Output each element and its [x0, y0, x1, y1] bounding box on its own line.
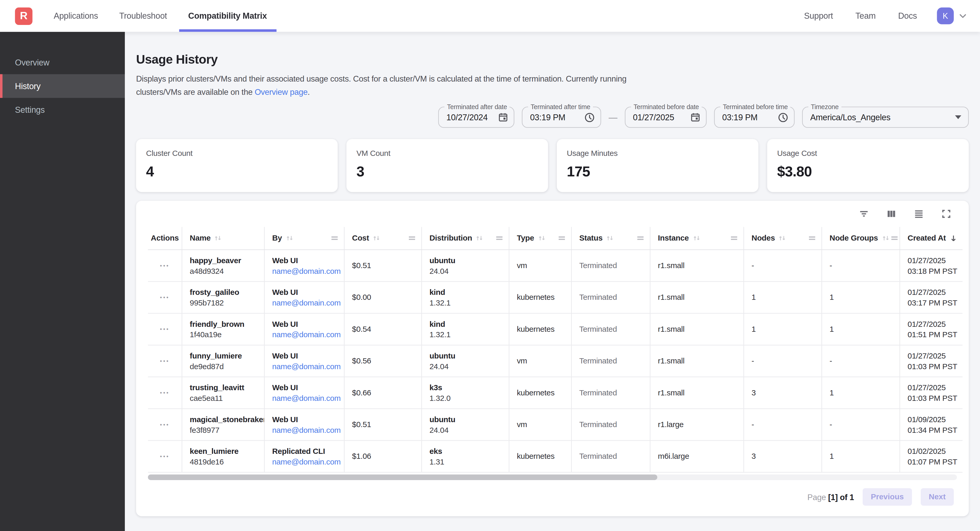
- column-header-distribution[interactable]: Distribution: [422, 227, 509, 249]
- column-menu-icon[interactable]: [808, 234, 817, 243]
- row-actions-button[interactable]: •••: [160, 390, 170, 396]
- cell-by: Web UIname@domain.com: [265, 377, 345, 408]
- clock-icon[interactable]: [778, 112, 788, 123]
- nav-link-docs[interactable]: Docs: [888, 11, 927, 21]
- timezone-select[interactable]: Timezone America/Los_Angeles: [802, 107, 969, 128]
- cell-by: Replicated CLIname@domain.com: [265, 441, 345, 472]
- column-header-by[interactable]: By: [265, 227, 345, 249]
- stat-card-cluster-count: Cluster Count 4: [136, 139, 337, 192]
- sort-icon[interactable]: [372, 234, 381, 243]
- fullscreen-icon[interactable]: [939, 207, 953, 221]
- column-header-status[interactable]: Status: [572, 227, 650, 249]
- created-by-email-link[interactable]: name@domain.com: [272, 458, 340, 466]
- row-actions-button[interactable]: •••: [160, 327, 170, 332]
- column-header-label: Cost: [352, 234, 369, 243]
- overview-page-link[interactable]: Overview page: [255, 87, 307, 97]
- sort-icon[interactable]: [881, 234, 890, 243]
- cell-actions: •••: [148, 377, 182, 408]
- sort-icon[interactable]: [692, 234, 701, 243]
- column-menu-icon[interactable]: [557, 234, 566, 243]
- chevron-down-icon[interactable]: [958, 11, 967, 21]
- column-header-name[interactable]: Name: [182, 227, 265, 249]
- column-menu-icon[interactable]: [730, 234, 739, 243]
- column-header-cost[interactable]: Cost: [345, 227, 422, 249]
- created-time: 01:34 PM PST: [908, 426, 958, 434]
- column-header-nodes[interactable]: Nodes: [744, 227, 822, 249]
- cell-cost: $0.51: [345, 250, 422, 281]
- stat-card-usage-minutes: Usage Minutes 175: [557, 139, 759, 192]
- horizontal-scrollbar[interactable]: [148, 475, 957, 480]
- nav-tab-applications[interactable]: Applications: [44, 0, 107, 32]
- sort-icon[interactable]: [606, 234, 614, 243]
- node-groups-value: -: [830, 262, 896, 270]
- row-actions-button[interactable]: •••: [160, 295, 170, 300]
- created-by-email-link[interactable]: name@domain.com: [272, 362, 340, 371]
- terminated-after-time-field[interactable]: Terminated after time 03:19 PM: [522, 107, 601, 128]
- cost-value: $0.51: [352, 420, 418, 429]
- sort-icon[interactable]: [778, 234, 787, 243]
- sort-icon[interactable]: [537, 234, 546, 243]
- calendar-icon[interactable]: [498, 112, 508, 122]
- column-header-created_at[interactable]: Created At: [900, 227, 962, 249]
- clock-icon[interactable]: [584, 112, 595, 123]
- column-menu-icon[interactable]: [407, 234, 417, 243]
- nav-link-team[interactable]: Team: [846, 11, 886, 21]
- nav-tab-troubleshoot[interactable]: Troubleshoot: [110, 0, 177, 32]
- created-by-email-link[interactable]: name@domain.com: [272, 426, 340, 434]
- column-menu-icon[interactable]: [495, 234, 504, 243]
- column-header-instance[interactable]: Instance: [651, 227, 744, 249]
- sidebar-item-settings[interactable]: Settings: [0, 98, 125, 122]
- terminated-before-date-field[interactable]: Terminated before date 01/27/2025: [625, 107, 706, 128]
- sort-icon[interactable]: [475, 234, 484, 243]
- distribution-name: kind: [430, 320, 505, 328]
- column-header-type[interactable]: Type: [509, 227, 572, 249]
- row-actions-button[interactable]: •••: [160, 263, 170, 269]
- columns-icon[interactable]: [885, 207, 898, 221]
- row-actions-button[interactable]: •••: [160, 422, 170, 428]
- caret-down-icon[interactable]: [955, 115, 961, 119]
- sort-icon[interactable]: [285, 234, 294, 243]
- avatar[interactable]: K: [937, 8, 954, 24]
- node-groups-value: 1: [830, 293, 896, 302]
- created-by-source: Replicated CLI: [272, 447, 340, 456]
- created-by-email-link[interactable]: name@domain.com: [272, 394, 340, 403]
- row-actions-button[interactable]: •••: [160, 358, 170, 364]
- sort-icon[interactable]: [214, 234, 223, 243]
- created-by-email-link[interactable]: name@domain.com: [272, 298, 340, 308]
- stats-row: Cluster Count 4 VM Count 3 Usage Minutes…: [136, 139, 969, 192]
- terminated-after-date-field[interactable]: Terminated after date 10/27/2024: [438, 107, 514, 128]
- previous-page-button[interactable]: Previous: [863, 488, 912, 506]
- column-menu-icon[interactable]: [890, 234, 899, 243]
- column-header-actions[interactable]: Actions: [148, 227, 182, 249]
- cell-type: vm: [509, 346, 572, 377]
- nodes-value: 1: [752, 293, 818, 302]
- nav-link-support[interactable]: Support: [794, 11, 843, 21]
- replicated-logo-icon[interactable]: R: [15, 7, 32, 25]
- row-actions-button[interactable]: •••: [160, 453, 170, 459]
- next-page-button[interactable]: Next: [921, 488, 954, 506]
- created-by-source: Web UI: [272, 256, 340, 265]
- cell-node_groups: 1: [822, 314, 900, 345]
- cell-created_at: 01/02/202501:07 PM PST: [900, 441, 962, 472]
- sidebar-item-history[interactable]: History: [0, 74, 125, 98]
- scrollbar-thumb[interactable]: [148, 475, 658, 480]
- sidebar-item-overview[interactable]: Overview: [0, 51, 125, 74]
- sort-desc-icon[interactable]: [949, 233, 958, 243]
- density-icon[interactable]: [912, 207, 926, 221]
- cell-cost: $0.00: [345, 282, 422, 313]
- column-menu-icon[interactable]: [636, 234, 645, 243]
- main-content: Usage History Displays prior clusters/VM…: [125, 32, 980, 531]
- nav-tab-compatibility-matrix[interactable]: Compatibility Matrix: [179, 0, 276, 32]
- terminated-before-time-field[interactable]: Terminated before time 03:19 PM: [714, 107, 795, 128]
- filter-icon[interactable]: [857, 207, 871, 221]
- cell-distribution: ubuntu24.04: [422, 346, 509, 377]
- created-by-email-link[interactable]: name@domain.com: [272, 330, 340, 339]
- cell-by: Web UIname@domain.com: [265, 409, 345, 440]
- column-menu-icon[interactable]: [330, 234, 339, 243]
- column-header-node_groups[interactable]: Node Groups: [822, 227, 900, 249]
- cell-name: trusting_leavittcae5ea11: [182, 377, 265, 408]
- table-row: •••frosty_galileo995b7182Web UIname@doma…: [148, 282, 963, 314]
- calendar-icon[interactable]: [690, 112, 700, 122]
- created-by-email-link[interactable]: name@domain.com: [272, 266, 340, 275]
- field-label: Terminated after date: [444, 103, 509, 110]
